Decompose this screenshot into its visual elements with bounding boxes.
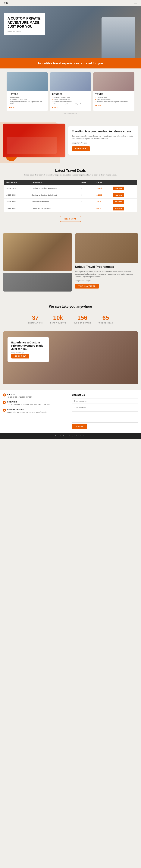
cell-departure: 13 SEP 2023 (4, 198, 30, 205)
footer-location-item: LOCATION 131 Block Street, 21 Avenue, Ne… (3, 401, 69, 406)
contact-name-input[interactable] (72, 399, 138, 403)
programs-title: Unique Travel Programmes (75, 265, 138, 269)
table-row: 13 SEP 2023 Zanzibar to Zanzibar North C… (4, 192, 137, 198)
stat-ideas-label: UNIQUE IDEAS (99, 322, 113, 324)
contact-email-input[interactable] (72, 405, 138, 410)
stress-book-now-button[interactable]: BOOK NOW (72, 146, 90, 151)
programs-credit: Images from Freepik (75, 279, 138, 282)
stress-section: Traveling is a good method to release st… (0, 118, 141, 163)
adventure-credit: Image from Freepik (11, 352, 45, 353)
hours-label: BUSINESS HOURS (7, 409, 46, 411)
tours-features: Preferred rates 250+ vetted providers Ac… (95, 96, 132, 102)
stat-destinations: 37 DESTINATIONS (28, 314, 43, 324)
contact-message-textarea[interactable] (72, 411, 138, 423)
view-trip-button[interactable]: VIEW TRIP (113, 207, 124, 211)
programs-view-tours-button[interactable]: VIEW ALL TOURS (75, 284, 99, 288)
location-label: LOCATION (7, 401, 50, 403)
cell-trip-name: Zanzibar to Zanzibar North Coast (30, 185, 79, 192)
stats-heading: We can take you anywhere (4, 305, 137, 309)
footer-contact-form: Contact Us SUBMIT (72, 394, 138, 429)
cell-action[interactable]: VIEW TRIP (111, 192, 137, 198)
adventure-content-box: Experience a Custom Private Adventure Ma… (7, 337, 49, 362)
deals-table-header-row: DEPARTURE TRIP NAME DAYS FROM (4, 180, 137, 185)
location-icon (3, 401, 6, 404)
programs-right-image (75, 233, 138, 263)
col-trip-name: TRIP NAME (30, 180, 79, 185)
stat-ideas-number: 65 (99, 314, 113, 321)
stat-coffee-number: 156 (73, 314, 91, 321)
table-row: 18 SEP 2023 Cape Town to Cape Town 3 569… (4, 205, 137, 212)
view-trip-button[interactable]: VIEW TRIP (113, 200, 124, 204)
table-row: 13 SEP 2023 Mombasa to Mombasa 3 419 $ V… (4, 198, 137, 205)
stat-coffee: 156 CUPS OF COFFEE (73, 314, 91, 324)
hotels-feature-2: A la dining, or room credit (9, 98, 46, 100)
contact-form: SUBMIT (72, 399, 138, 429)
stat-clients-number: 10k (50, 314, 66, 321)
read-more-button[interactable]: READ MORE (60, 216, 81, 222)
hours-value: Mon – Fri: 9 am – 6 pm, Sat: 10 am – 5 p… (7, 411, 46, 414)
contact-submit-button[interactable]: SUBMIT (72, 424, 87, 429)
stat-clients: 10k HAPPY CLIENTS (50, 314, 66, 324)
cruises-features: Dedicated onboard hosts Private delivery… (52, 96, 89, 105)
tours-card: TOURS Preferred rates 250+ vetted provid… (93, 72, 134, 111)
hero-people-image (102, 17, 135, 58)
footer-contact-info: CALL US +1 (234) 469-1 +1 (234) 567-654 … (3, 394, 69, 429)
cell-days: 5 (79, 192, 95, 198)
cruises-card: CRUISES Dedicated onboard hosts Private … (50, 72, 91, 111)
logo: logo (4, 1, 8, 4)
hotels-features: Breakfast daily A la dining, or room cre… (9, 96, 46, 104)
stress-body: Duis aute irure dolor in reprehenderit i… (72, 135, 135, 140)
hero-credit: Image from Freepik (7, 30, 41, 32)
cards-image-credit: Images from Freepik (3, 113, 138, 114)
adventure-title: Experience a Custom Private Adventure Ma… (11, 341, 45, 350)
cruises-image (50, 72, 91, 91)
view-trip-button[interactable]: VIEW TRIP (113, 193, 124, 197)
cell-action[interactable]: VIEW TRIP (111, 185, 137, 192)
cell-trip-name: Zanzibar to Zanzibar North Coast (30, 192, 79, 198)
cell-action[interactable]: VIEW TRIP (111, 205, 137, 212)
tours-title: TOURS (95, 93, 132, 95)
tours-feature-3: Access to more than 2,500 global destina… (95, 101, 132, 102)
footer-call-item: CALL US +1 (234) 469-1 +1 (234) 567-654 (3, 394, 69, 399)
cruises-feature-3: Complimentary experiences (52, 101, 89, 102)
footer-hours-item: BUSINESS HOURS Mon – Fri: 9 am – 6 pm, S… (3, 409, 69, 414)
tours-more-link[interactable]: MORE (95, 104, 101, 106)
cards-section: HOTELS Breakfast daily A la dining, or r… (0, 68, 141, 118)
cruises-feature-1: Dedicated onboard hosts (52, 96, 89, 98)
cell-departure: 13 SEP 2023 (4, 185, 30, 192)
cruises-title: CRUISES (52, 93, 89, 95)
stats-row: 37 DESTINATIONS 10k HAPPY CLIENTS 156 CU… (4, 314, 137, 324)
stat-ideas: 65 UNIQUE IDEAS (99, 314, 113, 324)
hero-title: A CUSTOM PRIVATE ADVENTURE MADE JUST FOR… (7, 17, 41, 29)
orange-banner: Incredible travel experiences, curated f… (0, 58, 141, 68)
hotels-more-link[interactable]: MORE (9, 106, 15, 108)
footer-inner: CALL US +1 (234) 469-1 +1 (234) 567-654 … (3, 394, 138, 429)
cell-days: 3 (79, 198, 95, 205)
adventure-section: Experience a Custom Private Adventure Ma… (0, 332, 141, 390)
col-departure: DEPARTURE (4, 180, 30, 185)
menu-button[interactable] (134, 2, 137, 4)
header: logo (0, 0, 141, 6)
cell-action[interactable]: VIEW TRIP (111, 198, 137, 205)
hotels-feature-1: Breakfast daily (9, 96, 46, 98)
banner-text: Incredible travel experiences, curated f… (38, 62, 103, 65)
deals-subtitle: Lorem ipsum dolor sit amet, consectetur … (4, 174, 137, 177)
adventure-book-now-button[interactable]: BOOK NOW (11, 353, 29, 359)
programs-small-image (3, 273, 72, 291)
footer-bottom-text: Contact the Studio with any fine text di… (55, 435, 86, 437)
col-days: DAYS (79, 180, 95, 185)
deals-title: Latest Travel Deals (4, 169, 137, 173)
call-label: CALL US (7, 394, 32, 395)
deals-table-body: 13 SEP 2023 Zanzibar to Zanzibar North C… (4, 185, 137, 212)
view-trip-button[interactable]: VIEW TRIP (113, 187, 124, 190)
cell-departure: 18 SEP 2023 (4, 205, 30, 212)
adventure-inner: Experience a Custom Private Adventure Ma… (3, 332, 138, 384)
cell-price: 1,752 $ (95, 185, 111, 192)
clock-icon (3, 409, 6, 412)
cruises-more-link[interactable]: MORE (52, 107, 58, 109)
cruises-feature-2: Private delivery lounges (52, 98, 89, 100)
programs-content: Unique Travel Programmes Sed ut perspici… (75, 233, 138, 288)
cell-departure: 13 SEP 2023 (4, 192, 30, 198)
stress-inner: Traveling is a good method to release st… (3, 124, 138, 157)
cell-price: 1,288 $ (95, 192, 111, 198)
